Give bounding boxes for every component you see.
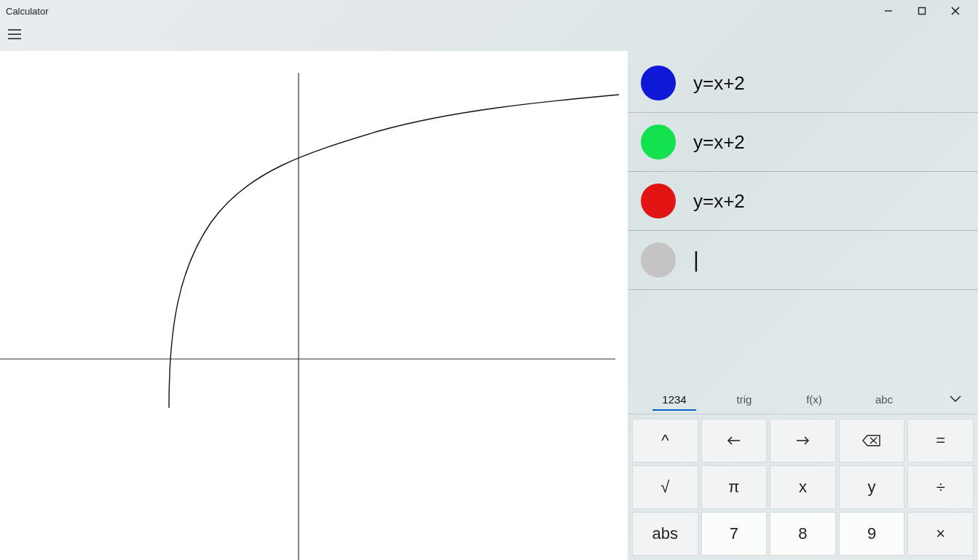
key-y[interactable]: y [839,465,905,509]
keypad-tabs: 1234 trig f(x) abc [628,384,978,414]
tab-1234[interactable]: 1234 [639,389,709,410]
equation-input-cursor[interactable]: | [693,249,699,271]
tab-trig[interactable]: trig [709,389,779,410]
equation-row[interactable]: y=x+2 [628,54,978,113]
key-x[interactable]: x [770,465,836,509]
equation-row[interactable]: y=x+2 [628,172,978,231]
key-caret[interactable]: ^ [632,419,698,462]
svg-rect-1 [919,8,926,15]
key-multiply[interactable]: × [907,512,974,556]
key-9[interactable]: 9 [839,512,905,556]
equation-text: y=x+2 [693,72,745,95]
equation-text: y=x+2 [693,131,745,154]
key-divide[interactable]: ÷ [907,465,974,509]
key-7[interactable]: 7 [701,512,768,556]
keypad: ^ = √ π x y ÷ abs 7 8 9 × [628,414,978,560]
equation-row[interactable]: y=x+2 [628,113,978,172]
color-swatch[interactable] [641,184,676,218]
key-pi[interactable]: π [701,465,768,509]
close-button[interactable] [939,0,972,22]
equations-panel: y=x+2 y=x+2 y=x+2 | 1234 trig f(x) abc [628,51,978,560]
key-right-arrow-icon[interactable] [770,419,836,462]
toolbar [0,22,978,47]
key-backspace-icon[interactable] [839,419,905,462]
tab-abc[interactable]: abc [849,389,919,410]
key-sqrt[interactable]: √ [632,465,698,509]
graph-canvas[interactable] [0,51,628,560]
key-8[interactable]: 8 [770,512,836,556]
key-abs[interactable]: abs [632,512,698,556]
equation-row-new[interactable]: | [628,231,978,290]
app-title: Calculator [6,6,49,17]
color-swatch[interactable] [641,242,676,277]
maximize-button[interactable] [905,0,939,22]
key-left-arrow-icon[interactable] [701,419,768,462]
color-swatch[interactable] [641,66,676,100]
hamburger-menu-icon[interactable] [4,24,25,44]
title-bar: Calculator [0,0,978,22]
chevron-down-icon[interactable] [945,395,966,403]
tab-fx[interactable]: f(x) [779,389,849,410]
equation-list: y=x+2 y=x+2 y=x+2 | [628,51,978,290]
color-swatch[interactable] [641,125,676,159]
key-equals[interactable]: = [907,419,974,462]
minimize-button[interactable] [872,0,905,22]
equation-text: y=x+2 [693,190,745,213]
